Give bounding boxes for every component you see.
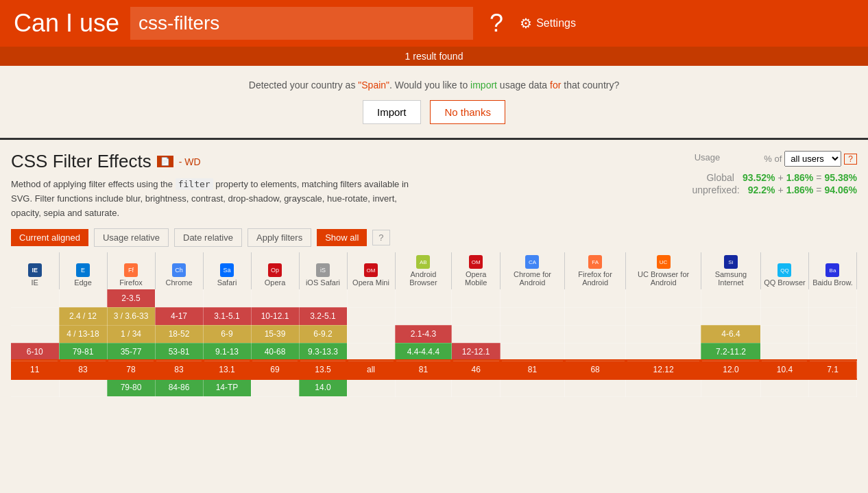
cell-safari-3[interactable]: 9.1-13 [203,343,251,361]
cell-ie-5[interactable] [11,378,59,396]
cell-ios_safari-1[interactable]: 3.2-5.1 [299,307,347,325]
cell-op_mob-2[interactable] [452,325,501,343]
usage-relative-button[interactable]: Usage relative [94,228,169,247]
cell-qq-3[interactable] [760,343,808,361]
cell-uc_and-3[interactable] [626,343,701,361]
apply-filters-button[interactable]: Apply filters [248,228,311,247]
cell-op_mini-4[interactable]: all [347,361,395,378]
cell-opera-0[interactable] [251,289,299,307]
cell-chrome-3[interactable]: 53-81 [155,343,203,361]
cell-samsung-5[interactable] [701,378,760,396]
cell-qq-2[interactable] [760,325,808,343]
cell-edge-4[interactable]: 83 [59,361,107,378]
cell-chrome-2[interactable]: 18-52 [155,325,203,343]
cell-chrome-4[interactable]: 83 [155,361,203,378]
cell-firefox-0[interactable]: 2-3.5 [107,289,155,307]
cell-edge-5[interactable] [59,378,107,396]
cell-baidu-2[interactable] [808,325,856,343]
cell-uc_and-1[interactable] [626,307,701,325]
cell-android-5[interactable] [395,378,452,396]
cell-ios_safari-5[interactable]: 14.0 [299,378,347,396]
cell-samsung-1[interactable] [701,307,760,325]
cell-ie-2[interactable] [11,325,59,343]
cell-chrome_and-2[interactable] [501,325,565,343]
cell-opera-1[interactable]: 10-12.1 [251,307,299,325]
cell-safari-4[interactable]: 13.1 [203,361,251,378]
cell-baidu-1[interactable] [808,307,856,325]
cell-firefox-5[interactable]: 79-80 [107,378,155,396]
cell-ios_safari-4[interactable]: 13.5 [299,361,347,378]
search-input[interactable] [130,7,473,40]
cell-edge-3[interactable]: 79-81 [59,343,107,361]
cell-edge-1[interactable]: 2.4 / 12 [59,307,107,325]
import-button[interactable]: Import [363,100,421,124]
cell-uc_and-4[interactable]: 12.12 [626,361,701,378]
cell-chrome_and-5[interactable] [501,378,565,396]
current-aligned-button[interactable]: Current aligned [11,229,88,246]
cell-samsung-0[interactable] [701,289,760,307]
cell-uc_and-5[interactable] [626,378,701,396]
cell-samsung-4[interactable]: 12.0 [701,361,760,378]
cell-edge-2[interactable]: 4 / 13-18 [59,325,107,343]
cell-ie-3[interactable]: 6-10 [11,343,59,361]
cell-samsung-2[interactable]: 4-6.4 [701,325,760,343]
cell-op_mob-3[interactable]: 12-12.1 [452,343,501,361]
cell-op_mob-0[interactable] [452,289,501,307]
cell-baidu-0[interactable] [808,289,856,307]
cell-chrome_and-1[interactable] [501,307,565,325]
usage-help-button[interactable]: ? [844,154,857,165]
cell-safari-5[interactable]: 14-TP [203,378,251,396]
cell-chrome_and-3[interactable] [501,343,565,361]
cell-ios_safari-3[interactable]: 9.3-13.3 [299,343,347,361]
cell-safari-0[interactable] [203,289,251,307]
cell-ff_and-5[interactable] [564,378,625,396]
help-button[interactable]: ? [490,9,503,38]
cell-opera-2[interactable]: 15-39 [251,325,299,343]
cell-qq-5[interactable] [760,378,808,396]
cell-op_mini-3[interactable] [347,343,395,361]
cell-opera-5[interactable] [251,378,299,396]
cell-android-0[interactable] [395,289,452,307]
cell-uc_and-0[interactable] [626,289,701,307]
show-all-button[interactable]: Show all [317,229,367,246]
cell-samsung-3[interactable]: 7.2-11.2 [701,343,760,361]
cell-android-4[interactable]: 81 [395,361,452,378]
cell-chrome_and-0[interactable] [501,289,565,307]
cell-op_mob-4[interactable]: 46 [452,361,501,378]
filter-help-button[interactable]: ? [372,230,389,245]
cell-safari-2[interactable]: 6-9 [203,325,251,343]
cell-ios_safari-2[interactable]: 6-9.2 [299,325,347,343]
cell-op_mini-0[interactable] [347,289,395,307]
cell-chrome-5[interactable]: 84-86 [155,378,203,396]
cell-chrome-0[interactable] [155,289,203,307]
cell-qq-1[interactable] [760,307,808,325]
cell-ie-1[interactable] [11,307,59,325]
cell-qq-0[interactable] [760,289,808,307]
cell-android-1[interactable] [395,307,452,325]
cell-ff_and-2[interactable] [564,325,625,343]
cell-chrome-1[interactable]: 4-17 [155,307,203,325]
cell-opera-3[interactable]: 40-68 [251,343,299,361]
cell-firefox-1[interactable]: 3 / 3.6-33 [107,307,155,325]
nothanks-button[interactable]: No thanks [430,100,505,124]
cell-firefox-2[interactable]: 1 / 34 [107,325,155,343]
usage-select[interactable]: all users my users [784,151,841,167]
date-relative-button[interactable]: Date relative [174,228,242,247]
cell-ios_safari-0[interactable] [299,289,347,307]
cell-ie-4[interactable]: 11 [11,361,59,378]
cell-android-2[interactable]: 2.1-4.3 [395,325,452,343]
cell-firefox-4[interactable]: 78 [107,361,155,378]
cell-ff_and-3[interactable] [564,343,625,361]
cell-baidu-5[interactable] [808,378,856,396]
cell-firefox-3[interactable]: 35-77 [107,343,155,361]
cell-ff_and-0[interactable] [564,289,625,307]
cell-baidu-4[interactable]: 7.1 [808,361,856,378]
cell-ff_and-4[interactable]: 68 [564,361,625,378]
settings-button[interactable]: ⚙ Settings [520,15,576,32]
cell-android-3[interactable]: 4.4-4.4.4 [395,343,452,361]
cell-baidu-3[interactable] [808,343,856,361]
cell-op_mini-5[interactable] [347,378,395,396]
cell-op_mini-1[interactable] [347,307,395,325]
cell-safari-1[interactable]: 3.1-5.1 [203,307,251,325]
cell-ff_and-1[interactable] [564,307,625,325]
